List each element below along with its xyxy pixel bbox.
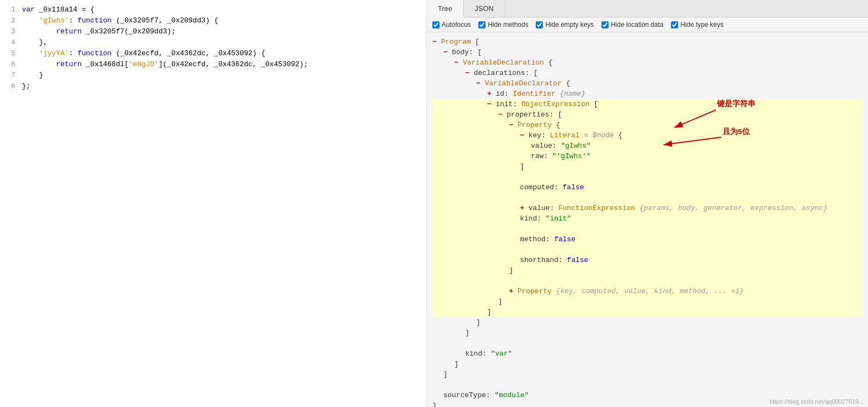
tree-line [432, 380, 863, 390]
code-content: }, [22, 37, 426, 48]
options-bar: Autofocus Hide methods Hide empty keys H… [427, 18, 868, 32]
tab-bar: Tree JSON [427, 0, 868, 18]
hide-location-data-checkbox[interactable] [601, 21, 609, 28]
code-line-6: 6 return _0x1468dl['eNgJD'](_0x42ecfd, _… [0, 59, 426, 70]
line-number: 2 [0, 15, 22, 26]
line-number: 6 [0, 59, 22, 70]
tree-line [432, 193, 863, 203]
code-content: } [22, 70, 426, 81]
tree-line: − Program [ [432, 37, 863, 47]
option-hide-methods[interactable]: Hide methods [478, 21, 528, 28]
tree-line [432, 224, 863, 234]
tree-line: ] [432, 369, 863, 380]
tree-line: method: false [432, 234, 863, 245]
tree-line [432, 276, 863, 286]
watermark: https://blog.csdn.net/qq00027619... [769, 398, 864, 405]
option-hide-location-data[interactable]: Hide location data [601, 21, 663, 28]
autofocus-checkbox[interactable] [432, 21, 439, 28]
tree-line: shorthand: false [432, 255, 863, 265]
tree-line [432, 172, 863, 182]
option-autofocus[interactable]: Autofocus [432, 21, 471, 28]
tree-line [432, 245, 863, 255]
code-line-2: 2 'gIwhs': function (_0x3205f7, _0x209dd… [0, 15, 426, 26]
line-number: 1 [0, 4, 22, 15]
hide-type-keys-checkbox[interactable] [671, 21, 678, 28]
option-hide-type-keys[interactable]: Hide type keys [671, 21, 724, 28]
line-number: 8 [0, 81, 22, 92]
code-line-5: 5 'jyyYA': function (_0x42ecfd, _0x4362d… [0, 48, 426, 59]
tree-line: ] [432, 359, 863, 369]
option-hide-empty-keys[interactable]: Hide empty keys [536, 21, 594, 28]
tree-line: ] [432, 307, 863, 317]
tree-line: ] [432, 296, 863, 307]
code-content: 'gIwhs': function (_0x3205f7, _0x209dd3)… [22, 15, 426, 26]
tree-line [432, 338, 863, 348]
tab-json[interactable]: JSON [464, 0, 505, 17]
tree-line: + Property {key, computed, value, kind, … [432, 286, 863, 296]
hide-empty-keys-checkbox[interactable] [536, 21, 543, 28]
line-number: 3 [0, 26, 22, 37]
code-content: var _0x118a14 = { [22, 4, 426, 15]
tree-line: − declarations: [ [432, 68, 863, 78]
tree-line: ] [432, 265, 863, 276]
line-number: 7 [0, 70, 22, 81]
tree-line: kind: "var" [432, 348, 863, 359]
tree-line: − VariableDeclarator { [432, 78, 863, 89]
tree-line: − Property { [432, 120, 863, 130]
code-line-7: 7 } [0, 70, 426, 81]
tree-line: ] [432, 328, 863, 338]
code-line-3: 3 return _0x3205f7(_0x209dd3); [0, 26, 426, 37]
tree-line: − init: ObjectExpression [ [432, 99, 863, 109]
code-content: return _0x1468dl['eNgJD'](_0x42ecfd, _0x… [22, 59, 426, 70]
code-editor: 1 var _0x118a14 = { 2 'gIwhs': function … [0, 0, 427, 407]
code-line-8: 8 }; [0, 81, 426, 92]
tree-content: − Program [ − body: [ − VariableDeclarat… [427, 32, 868, 407]
code-line-1: 1 var _0x118a14 = { [0, 4, 426, 15]
tree-line: + value: FunctionExpression {params, bod… [432, 203, 863, 213]
tree-line: computed: false [432, 182, 863, 193]
code-line-4: 4 }, [0, 37, 426, 48]
tree-line: raw: "'gIwhs'" [432, 151, 863, 161]
tree-line: ] [432, 317, 863, 328]
tree-line: value: "gIwhs" [432, 141, 863, 151]
code-content: }; [22, 81, 426, 92]
line-number: 4 [0, 37, 22, 48]
tree-line: kind: "init" [432, 213, 863, 224]
code-content: 'jyyYA': function (_0x42ecfd, _0x4362dc,… [22, 48, 426, 59]
line-number: 5 [0, 48, 22, 59]
hide-methods-checkbox[interactable] [478, 21, 485, 28]
ast-panel: Tree JSON Autofocus Hide methods Hide em… [427, 0, 868, 407]
tab-tree[interactable]: Tree [427, 0, 464, 18]
tree-line: − body: [ [432, 47, 863, 57]
tree-line: − properties: [ [432, 109, 863, 120]
tree-line: − VariableDeclaration { [432, 57, 863, 68]
tree-line: ] [432, 161, 863, 172]
code-content: return _0x3205f7(_0x209dd3); [22, 26, 426, 37]
tree-line: + id: Identifier {name} [432, 89, 863, 99]
tree-line: − key: Literal = $node { [432, 130, 863, 141]
